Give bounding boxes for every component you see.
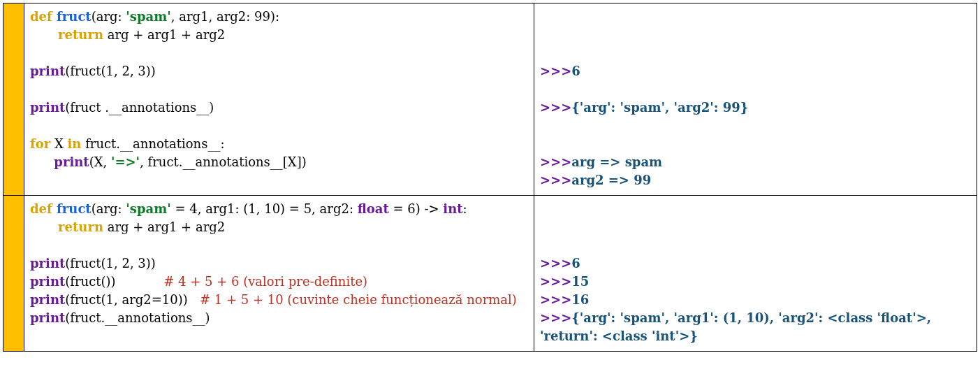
code-block: def fruct(arg: 'spam' = 4, arg1: (1, 10)… — [30, 200, 528, 327]
token: 'spam' — [126, 9, 170, 24]
token — [30, 220, 58, 234]
token: arg2 => 99 — [571, 173, 651, 187]
token: arg + arg1 + arg2 — [103, 27, 225, 42]
row-marker — [3, 196, 24, 352]
token: print — [30, 310, 65, 325]
output-cell: >>>6 >>>15 >>>16 >>>{'arg': 'spam', 'arg… — [534, 196, 977, 352]
token: , fruct.__annotations__[X]) — [140, 154, 307, 169]
token: {'arg': 'spam', 'arg2': 99} — [571, 100, 748, 115]
token: int — [443, 201, 462, 216]
token: : — [463, 201, 467, 216]
token: (arg: — [92, 9, 126, 24]
token: fruct — [57, 9, 92, 24]
token: >>> — [540, 292, 571, 307]
token: >>> — [540, 274, 571, 289]
table-row: def fruct(arg: 'spam' = 4, arg1: (1, 10)… — [3, 196, 977, 352]
examples-table: def fruct(arg: 'spam', arg1, arg2: 99): … — [3, 3, 977, 352]
token: print — [30, 100, 65, 115]
token: >>> — [540, 154, 571, 169]
token: >>> — [540, 310, 571, 325]
code-block: def fruct(arg: 'spam', arg1, arg2: 99): … — [30, 8, 528, 171]
token: X — [50, 136, 67, 151]
token: return — [58, 27, 103, 42]
output-block: >>>6 >>>15 >>>16 >>>{'arg': 'spam', 'arg… — [540, 200, 971, 345]
token: '=>' — [111, 154, 140, 169]
token: print — [54, 154, 89, 169]
token: float — [358, 201, 389, 216]
token: for — [30, 136, 50, 151]
token: (arg: — [92, 201, 126, 216]
token: 6 — [571, 256, 580, 271]
token — [30, 27, 58, 42]
token: # 4 + 5 + 6 (valori pre-definite) — [163, 274, 367, 289]
token: 15 — [571, 274, 589, 289]
token: = 4, arg1: (1, 10) = 5, arg2: — [171, 201, 358, 216]
token: print — [30, 274, 65, 289]
token: (fruct(1, 2, 3)) — [65, 64, 156, 78]
token: 'spam' — [126, 201, 170, 216]
token: (X, — [89, 154, 111, 169]
token: 16 — [571, 292, 589, 307]
token: (fruct .__annotations__) — [65, 100, 214, 115]
code-cell: def fruct(arg: 'spam' = 4, arg1: (1, 10)… — [24, 196, 534, 352]
token: >>> — [540, 64, 571, 78]
token: , arg1, arg2: 99): — [171, 9, 279, 24]
output-cell: >>>6 >>>{'arg': 'spam', 'arg2': 99} >>>a… — [534, 3, 977, 196]
token: >>> — [540, 100, 571, 115]
token: # 1 + 5 + 10 (cuvinte cheie funcționează… — [200, 292, 517, 307]
token: in — [68, 136, 82, 151]
token: {'arg': 'spam', 'arg1': (1, 10), 'arg2':… — [540, 310, 935, 343]
token: print — [30, 292, 65, 307]
token — [30, 154, 54, 169]
token: fruct.__annotations__: — [81, 136, 224, 151]
output-block: >>>6 >>>{'arg': 'spam', 'arg2': 99} >>>a… — [540, 8, 971, 189]
token: (fruct(1, arg2=10)) — [65, 292, 200, 307]
token: arg + arg1 + arg2 — [103, 220, 225, 234]
token: print — [30, 64, 65, 78]
token: >>> — [540, 173, 571, 187]
row-marker — [3, 3, 24, 196]
token: (fruct.__annotations__) — [65, 310, 210, 325]
token: fruct — [57, 201, 92, 216]
token: return — [58, 220, 103, 234]
token: def — [30, 201, 57, 216]
token: >>> — [540, 256, 571, 271]
token: (fruct()) — [65, 274, 163, 289]
token: 6 — [571, 64, 580, 78]
token: print — [30, 256, 65, 271]
token: arg => spam — [571, 154, 662, 169]
code-cell: def fruct(arg: 'spam', arg1, arg2: 99): … — [24, 3, 534, 196]
token: def — [30, 9, 57, 24]
token: (fruct(1, 2, 3)) — [65, 256, 156, 271]
table-row: def fruct(arg: 'spam', arg1, arg2: 99): … — [3, 3, 977, 196]
token: = 6) -> — [389, 201, 444, 216]
